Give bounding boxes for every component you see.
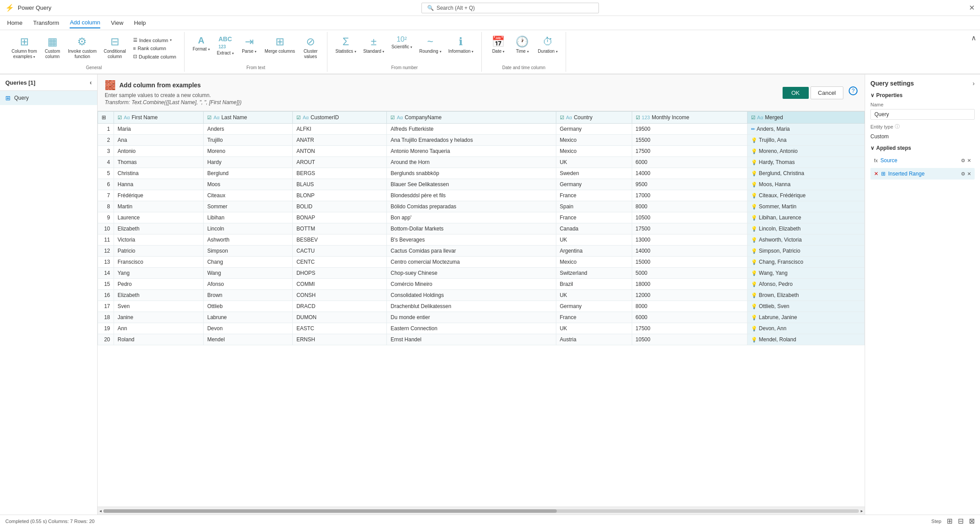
merged-cell[interactable]: 💡Berglund, Christina xyxy=(747,168,864,179)
ribbon-btn-time[interactable]: 🕐 Time ▾ xyxy=(511,34,533,56)
merged-cell[interactable]: 💡Simpson, Patricio xyxy=(747,246,864,257)
scroll-right-button[interactable]: ▸ xyxy=(861,508,863,513)
step-inserted-delete-icon[interactable]: ✕ xyxy=(967,171,971,177)
ribbon-btn-custom-column[interactable]: ▦ Customcolumn xyxy=(41,34,63,61)
ribbon-btn-standard[interactable]: ± Standard ▾ xyxy=(361,34,387,56)
merged-cell[interactable]: 💡Hardy, Thomas xyxy=(747,157,864,168)
help-icon[interactable]: ? xyxy=(849,86,858,95)
ribbon-btn-date[interactable]: 📅 Date ▾ xyxy=(487,34,509,56)
scrollbar-track[interactable] xyxy=(103,509,859,513)
step-source-delete-icon[interactable]: ✕ xyxy=(967,158,971,164)
col-checkbox-income[interactable]: ☑ xyxy=(636,115,640,121)
col-checkbox-country[interactable]: ☑ xyxy=(560,115,564,121)
ok-button[interactable]: OK xyxy=(783,87,809,99)
status-icon-2[interactable]: ⊟ xyxy=(958,517,964,525)
scrollbar-thumb[interactable] xyxy=(103,509,557,513)
table-selector-icon[interactable]: ⊞ xyxy=(102,114,106,121)
queries-collapse-button[interactable]: ‹ xyxy=(90,79,92,86)
merged-cell[interactable]: 💡Wang, Yang xyxy=(747,268,864,279)
step-inserted-settings-icon[interactable]: ⚙ xyxy=(961,171,965,177)
table-row[interactable]: 17SvenOttliebDRACDDrachenblut Delikatess… xyxy=(98,301,865,312)
table-row[interactable]: 8MartinSommerBOLIDBólido Comidas prepara… xyxy=(98,201,865,212)
table-row[interactable]: 18JanineLabruneDUMONDu monde entierFranc… xyxy=(98,312,865,323)
col-checkbox-firstname[interactable]: ☑ xyxy=(118,115,122,121)
col-country[interactable]: ☑ Aα Country xyxy=(556,112,632,124)
ribbon-btn-format[interactable]: A Format ▾ xyxy=(190,34,212,54)
cancel-button[interactable]: Cancel xyxy=(811,86,843,99)
merged-cell[interactable]: 💡Brown, Elizabeth xyxy=(747,290,864,301)
merged-cell[interactable]: 💡Afonso, Pedro xyxy=(747,279,864,290)
table-row[interactable]: 7FrédériqueCiteauxBLONPBlondesddsl père … xyxy=(98,190,865,201)
ribbon-btn-merge-columns[interactable]: ⊞ Merge columns xyxy=(262,34,298,56)
step-source[interactable]: fx Source ⚙ ✕ xyxy=(870,155,975,166)
ribbon-btn-column-from-examples[interactable]: ⊞ Column fromexamples ▾ xyxy=(9,34,39,61)
table-row[interactable]: 9LaurenceLibihanBONAPBon app'France10500… xyxy=(98,212,865,223)
table-row[interactable]: 13FransciscoChangCENTCCentro comercial M… xyxy=(98,257,865,268)
merged-cell[interactable]: ✏Anders, Maria xyxy=(747,124,864,135)
ribbon-btn-scientific[interactable]: 10² Scientific ▾ xyxy=(389,34,415,51)
table-row[interactable]: 12PatricioSimpsonCACTUCactus Comidas par… xyxy=(98,246,865,257)
ribbon-btn-conditional[interactable]: ⊟ Conditionalcolumn xyxy=(101,34,129,61)
table-row[interactable]: 1MariaAndersALFKIAlfreds FutterkisteGerm… xyxy=(98,124,865,135)
table-row[interactable]: 15PedroAfonsoCOMMIComércio MineiroBrazil… xyxy=(98,279,865,290)
status-icon-1[interactable]: ⊞ xyxy=(947,517,952,525)
search-box[interactable]: 🔍 Search (Alt + Q) xyxy=(421,3,599,13)
merged-cell[interactable]: 💡Lincoln, Elizabeth xyxy=(747,223,864,234)
ribbon-btn-cluster-values[interactable]: ⊘ Clustervalues xyxy=(299,34,322,61)
merged-cell[interactable]: 💡Chang, Franscisco xyxy=(747,257,864,268)
ribbon-btn-parse[interactable]: ⇥ Parse ▾ xyxy=(238,34,260,56)
merged-cell[interactable]: 💡Mendel, Roland xyxy=(747,334,864,345)
ribbon-btn-rounding[interactable]: ~ Rounding ▾ xyxy=(417,34,444,56)
merged-cell[interactable]: 💡Moreno, Antonio xyxy=(747,146,864,157)
settings-steps-toggle[interactable]: ∨ Applied steps xyxy=(870,145,975,151)
collapse-ribbon-button[interactable]: ∧ xyxy=(971,34,976,42)
query-item-query[interactable]: ⊞ Query xyxy=(0,91,97,105)
close-button[interactable]: ✕ xyxy=(969,4,975,12)
menu-add-column[interactable]: Add column xyxy=(70,17,100,28)
step-delete-icon[interactable]: ✕ xyxy=(874,171,878,177)
ribbon-btn-duplicate-column[interactable]: ⊡ Duplicate column xyxy=(130,53,179,60)
table-row[interactable]: 14YangWangDHOPSChop-suey ChineseSwitzerl… xyxy=(98,268,865,279)
merged-cell[interactable]: 💡Ashworth, Victoria xyxy=(747,234,864,246)
ribbon-btn-statistics[interactable]: Σ Statistics ▾ xyxy=(333,34,359,56)
ribbon-btn-duration[interactable]: ⏱ Duration ▾ xyxy=(535,34,560,56)
merged-cell[interactable]: 💡Sommer, Martin xyxy=(747,201,864,212)
col-checkbox-merged[interactable]: ☑ xyxy=(751,115,756,121)
settings-collapse-button[interactable]: › xyxy=(972,80,975,87)
merged-cell[interactable]: 💡Devon, Ann xyxy=(747,323,864,334)
col-checkbox-customerid[interactable]: ☑ xyxy=(296,115,301,121)
col-companyname[interactable]: ☑ Aα CompanyName xyxy=(387,112,556,124)
table-row[interactable]: 19AnnDevonEASTCEastern ConnectionUK17500… xyxy=(98,323,865,334)
table-row[interactable]: 2AnaTrujilloANATRAna Trujillo Emaredados… xyxy=(98,135,865,146)
ribbon-btn-index-column[interactable]: ☰ Index column ▾ xyxy=(130,36,179,44)
merged-cell[interactable]: 💡Moos, Hanna xyxy=(747,179,864,190)
edit-cell-icon[interactable]: ✏ xyxy=(751,126,755,132)
table-row[interactable]: 5ChristinaBerglundBERGSBerglunds snabbkö… xyxy=(98,168,865,179)
table-row[interactable]: 4ThomasHardyAROUTAround the HornUK6000💡H… xyxy=(98,157,865,168)
settings-properties-toggle[interactable]: ∨ Properties xyxy=(870,92,975,98)
step-source-settings-icon[interactable]: ⚙ xyxy=(961,158,965,164)
merged-cell[interactable]: 💡Labrune, Janine xyxy=(747,312,864,323)
table-row[interactable]: 11VictoriaAshworthBESBEVB's BeveragesUK1… xyxy=(98,234,865,246)
menu-view[interactable]: View xyxy=(111,18,123,28)
menu-help[interactable]: Help xyxy=(134,18,146,28)
table-row[interactable]: 3AntonioMorenoANTONAntonio Moreno Taquer… xyxy=(98,146,865,157)
menu-home[interactable]: Home xyxy=(7,18,23,28)
col-customerid[interactable]: ☑ Aα CustomerID xyxy=(293,112,387,124)
table-row[interactable]: 20RolandMendelERNSHErnst HandelAustria10… xyxy=(98,334,865,345)
ribbon-btn-invoke-custom[interactable]: ⚙ Invoke customfunction xyxy=(65,34,99,61)
col-firstname[interactable]: ☑ Aα First Name xyxy=(114,112,204,124)
scroll-left-button[interactable]: ◂ xyxy=(99,508,102,513)
merged-cell[interactable]: 💡Citeaux, Frédérique xyxy=(747,190,864,201)
ribbon-btn-rank-column[interactable]: ≡ Rank column xyxy=(130,45,179,52)
merged-cell[interactable]: 💡Libihan, Laurence xyxy=(747,212,864,223)
ribbon-btn-extract[interactable]: ABC123 Extract ▾ xyxy=(214,34,236,58)
col-checkbox-companyname[interactable]: ☑ xyxy=(390,115,395,121)
menu-transform[interactable]: Transform xyxy=(33,18,59,28)
col-merged[interactable]: ☑ Aα Merged xyxy=(747,112,864,124)
merged-cell[interactable]: 💡Trujillo, Ana xyxy=(747,135,864,146)
table-row[interactable]: 16ElizabethBrownCONSHConsolidated Holdin… xyxy=(98,290,865,301)
col-monthlyincome[interactable]: ☑ 123 Monthly Income xyxy=(632,112,747,124)
step-inserted-range[interactable]: ✕ ⊞ Inserted Range ⚙ ✕ xyxy=(870,168,975,180)
col-lastname[interactable]: ☑ Aα Last Name xyxy=(204,112,293,124)
